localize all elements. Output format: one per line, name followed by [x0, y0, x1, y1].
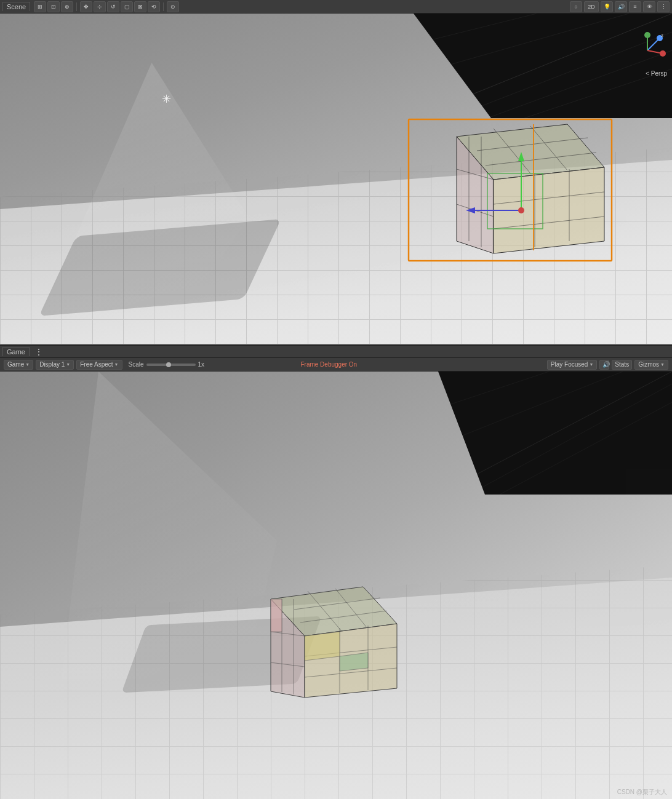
- game-more-button[interactable]: ⋮: [34, 347, 44, 357]
- svg-point-27: [518, 207, 524, 213]
- svg-point-33: [644, 32, 650, 38]
- toolbar-btn-transform2[interactable]: ⟲: [148, 1, 160, 12]
- persp-label: < Persp: [646, 70, 667, 77]
- toolbar-sep-2: [163, 2, 164, 11]
- aspect-dropdown-arrow: ▼: [114, 362, 119, 367]
- scale-slider-thumb[interactable]: [166, 362, 171, 367]
- toolbar-btn-scale[interactable]: ▢: [121, 1, 133, 12]
- toolbar-btn-light[interactable]: 💡: [601, 1, 613, 12]
- toolbar-btn-transform[interactable]: ⊞: [34, 1, 46, 12]
- frame-debugger-status: Frame Debugger On: [300, 361, 357, 368]
- toolbar-btn-move[interactable]: ⊹: [94, 1, 106, 12]
- toolbar-btn-pivot[interactable]: ⊡: [47, 1, 60, 12]
- svg-line-40: [438, 372, 549, 408]
- csdn-watermark: CSDN @栗子大人: [617, 788, 667, 797]
- toolbar-btn-fx[interactable]: ≡: [629, 1, 641, 12]
- svg-point-35: [660, 50, 666, 57]
- stats-button[interactable]: Stats: [612, 360, 632, 370]
- game-cube: [234, 578, 406, 713]
- display-dropdown[interactable]: Display 1 ▼: [36, 360, 74, 370]
- scene-viewport[interactable]: ✳: [0, 14, 672, 344]
- toolbar-btn-visibility[interactable]: 👁: [643, 1, 655, 12]
- toolbar-btn-rotate[interactable]: ↺: [107, 1, 119, 12]
- audio-button[interactable]: 🔊: [599, 360, 609, 370]
- toolbar-btn-2d[interactable]: 2D: [584, 1, 599, 12]
- toolbar-btn-rect[interactable]: ⊠: [134, 1, 146, 12]
- toolbar-btn-more[interactable]: ⋮: [657, 1, 670, 12]
- svg-marker-57: [271, 599, 282, 632]
- game-dropdown[interactable]: Game ▼: [4, 360, 33, 370]
- game-panel: Game ⋮ Game ▼ Display 1 ▼ Free Aspect ▼ …: [0, 344, 672, 799]
- gizmos-dropdown[interactable]: Gizmos ▼: [634, 360, 668, 370]
- game-tab[interactable]: Game: [2, 347, 30, 356]
- toolbar-btn-shading[interactable]: ○: [570, 1, 582, 12]
- toolbar-sep-1: [76, 2, 77, 11]
- scene-selected-cube[interactable]: [407, 118, 617, 272]
- scene-toolbar-right: ○ 2D 💡 🔊 ≡ 👁 ⋮: [570, 1, 670, 12]
- svg-marker-56: [305, 632, 340, 661]
- scene-tab[interactable]: Scene: [2, 2, 30, 11]
- gizmos-arrow: ▼: [660, 362, 665, 367]
- play-focused-arrow: ▼: [589, 362, 593, 367]
- svg-text:z: z: [661, 33, 663, 38]
- aspect-dropdown[interactable]: Free Aspect ▼: [76, 360, 122, 370]
- display-dropdown-arrow: ▼: [66, 362, 70, 367]
- toolbar-btn-audio[interactable]: 🔊: [615, 1, 627, 12]
- scale-slider[interactable]: [146, 364, 196, 366]
- game-viewport[interactable]: CSDN @栗子大人: [0, 372, 672, 799]
- game-options-bar: Game ▼ Display 1 ▼ Free Aspect ▼ Scale 1…: [0, 358, 672, 372]
- scene-gizmo[interactable]: z: [629, 32, 666, 69]
- toolbar-btn-hand[interactable]: ✥: [80, 1, 92, 12]
- game-dropdown-arrow: ▼: [25, 362, 30, 367]
- scene-panel: Scene ⊞ ⊡ ⊕ ✥ ⊹ ↺ ▢ ⊠ ⟲ ⊙ ○ 2D 💡 🔊 ≡ 👁 ⋮: [0, 0, 672, 344]
- svg-line-39: [438, 372, 623, 445]
- scale-value: 1x: [198, 361, 205, 368]
- toolbar-btn-group[interactable]: ⊕: [61, 1, 73, 12]
- scale-label: Scale: [129, 361, 144, 368]
- play-focused-dropdown[interactable]: Play Focused ▼: [547, 360, 598, 370]
- scene-toolbar: Scene ⊞ ⊡ ⊕ ✥ ⊹ ↺ ▢ ⊠ ⟲ ⊙ ○ 2D 💡 🔊 ≡ 👁 ⋮: [0, 0, 672, 14]
- toolbar-btn-custom[interactable]: ⊙: [167, 1, 179, 12]
- scene-sun-icon: ✳: [162, 92, 171, 106]
- game-tab-bar: Game ⋮: [0, 344, 672, 358]
- svg-line-37: [469, 384, 672, 495]
